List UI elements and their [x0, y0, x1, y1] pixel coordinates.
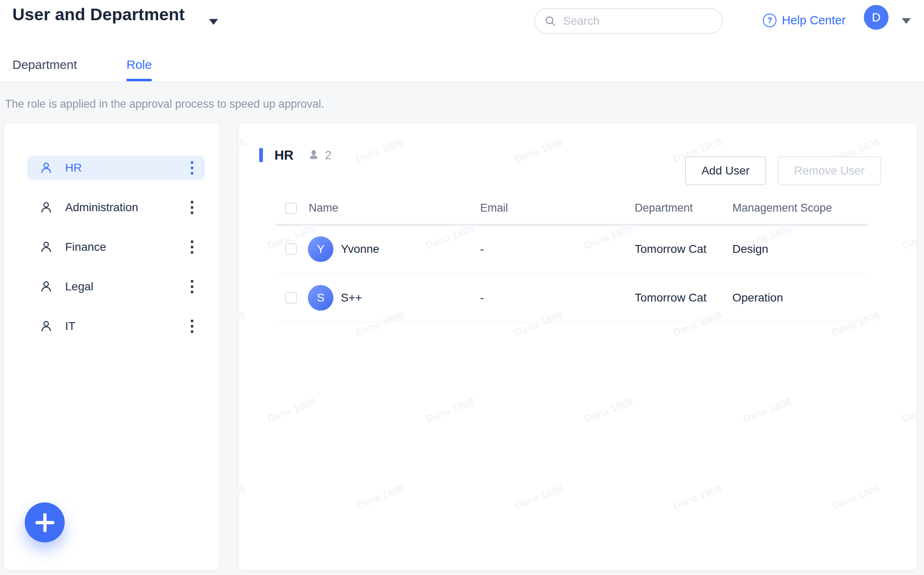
app-root: User and Department ? Help Center D Depa… — [0, 0, 924, 575]
table-row: S S++ - Tomorrow Cat Operation — [275, 273, 868, 322]
sidebar-role-item-hr[interactable]: HR — [27, 156, 205, 180]
help-icon: ? — [763, 14, 776, 27]
member-scope: Operation — [722, 291, 868, 304]
member-table: Name Email Department Management Scope Y… — [275, 192, 868, 322]
table-header-row: Name Email Department Management Scope — [275, 192, 868, 225]
member-name: S++ — [341, 291, 362, 304]
page-title[interactable]: User and Department — [12, 5, 185, 24]
sidebar-role-item-administration[interactable]: Administration — [27, 195, 205, 220]
search-icon — [544, 15, 556, 27]
member-count-icon — [307, 149, 320, 161]
role-list: HR Administration Finance Legal IT — [4, 124, 219, 339]
member-email: - — [470, 243, 625, 256]
tab-role[interactable]: Role — [127, 58, 152, 81]
table-row: Y Yvonne - Tomorrow Cat Design — [275, 225, 868, 273]
user-avatar[interactable]: D — [864, 5, 889, 30]
app-header: User and Department ? Help Center D Depa… — [0, 0, 924, 82]
user-menu-caret-icon[interactable] — [902, 18, 911, 24]
column-header-scope: Management Scope — [722, 202, 868, 214]
member-name: Yvonne — [341, 243, 379, 256]
role-menu-icon[interactable] — [188, 159, 196, 177]
help-center-label: Help Center — [782, 14, 846, 27]
table-body: Y Yvonne - Tomorrow Cat Design S S++ - T… — [275, 225, 868, 322]
person-icon — [40, 201, 53, 214]
sidebar-role-label: HR — [65, 161, 188, 174]
accent-bar — [259, 148, 263, 162]
row-checkbox[interactable] — [285, 292, 297, 304]
column-header-name: Name — [299, 202, 470, 214]
add-user-button[interactable]: Add User — [685, 156, 766, 185]
person-icon — [40, 240, 53, 254]
column-header-department: Department — [625, 202, 722, 214]
role-name: HR — [274, 148, 293, 163]
member-department: Tomorrow Cat — [625, 243, 722, 256]
name-cell: S S++ — [299, 285, 470, 311]
role-menu-icon[interactable] — [188, 198, 196, 217]
tab-bar: DepartmentRole — [12, 58, 152, 81]
person-icon — [40, 320, 53, 333]
column-header-email: Email — [470, 202, 625, 214]
row-checkbox[interactable] — [285, 243, 297, 255]
sidebar-role-item-finance[interactable]: Finance — [27, 235, 205, 259]
title-caret-icon[interactable] — [209, 19, 218, 25]
sidebar-role-label: Legal — [65, 280, 188, 293]
select-all-checkbox[interactable] — [285, 203, 297, 214]
sidebar-role-label: Administration — [65, 201, 188, 214]
role-header: HR 2 — [259, 144, 331, 167]
sidebar-role-item-legal[interactable]: Legal — [27, 274, 205, 299]
role-menu-icon[interactable] — [188, 278, 196, 296]
help-center-link[interactable]: ? Help Center — [763, 14, 846, 27]
member-scope: Design — [722, 243, 868, 256]
avatar: Y — [308, 236, 333, 262]
remove-user-button[interactable]: Remove User — [778, 156, 881, 185]
role-actions: Add User Remove User — [685, 156, 881, 185]
search-input[interactable] — [563, 14, 713, 28]
sidebar-role-label: IT — [65, 320, 188, 333]
sidebar-role-label: Finance — [65, 240, 188, 254]
member-email: - — [470, 291, 625, 304]
person-icon — [40, 280, 53, 293]
search-box[interactable] — [534, 8, 723, 34]
role-menu-icon[interactable] — [188, 238, 196, 256]
member-department: Tomorrow Cat — [625, 291, 722, 304]
avatar: S — [308, 285, 333, 311]
sidebar-role-item-it[interactable]: IT — [27, 314, 205, 339]
name-cell: Y Yvonne — [299, 236, 470, 262]
role-detail-panel: Dana 1808Dana 1808Dana 1808Dana 1808Dana… — [239, 124, 917, 570]
tab-department[interactable]: Department — [12, 58, 77, 81]
member-count: 2 — [325, 148, 331, 162]
page-description: The role is applied in the approval proc… — [5, 98, 324, 111]
add-role-button[interactable] — [25, 502, 65, 542]
role-menu-icon[interactable] — [188, 317, 196, 335]
role-list-panel: HR Administration Finance Legal IT — [4, 124, 219, 570]
person-icon — [40, 161, 53, 174]
